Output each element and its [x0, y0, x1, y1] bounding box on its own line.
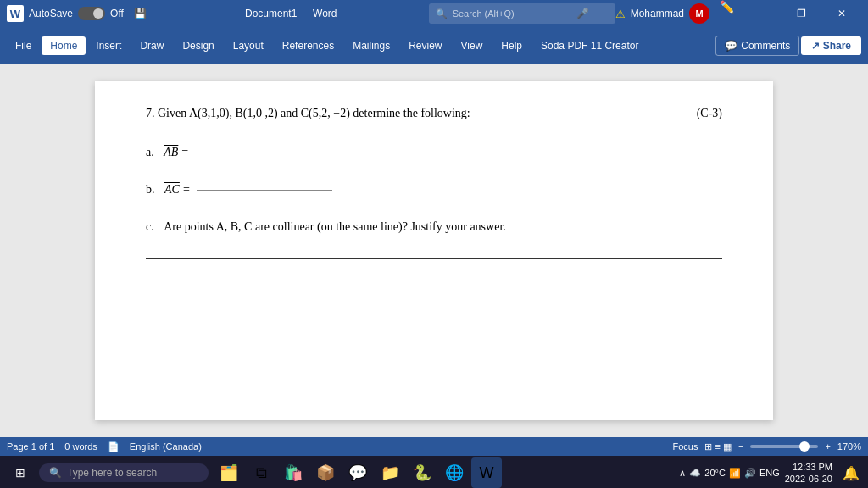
- tab-view[interactable]: View: [453, 36, 492, 55]
- clock-time: 12:33 PM: [785, 461, 832, 473]
- sub-question-a: a. AB =: [146, 146, 722, 159]
- share-label: Share: [823, 40, 851, 52]
- tab-mailings[interactable]: Mailings: [344, 36, 398, 55]
- sub-c-label: c.: [146, 220, 154, 234]
- focus-label[interactable]: Focus: [672, 441, 698, 452]
- sub-c-text: Are points A, B, C are collinear (on the…: [164, 220, 506, 234]
- taskbar-app-task-view[interactable]: ⧉: [246, 458, 276, 488]
- statusbar-right: Focus ⊞ ≡ ▦ − + 170%: [672, 441, 861, 452]
- user-name: Mohammad: [631, 8, 684, 19]
- sub-a-answer-line: [195, 152, 331, 153]
- question-text: Given A(3,1,0), B(1,0 ,2) and C(5,2, −2)…: [158, 107, 470, 119]
- sub-question-c: c. Are points A, B, C are collinear (on …: [146, 220, 722, 234]
- tray-lang: ENG: [760, 468, 780, 478]
- zoom-in-icon[interactable]: +: [825, 441, 830, 452]
- tab-insert[interactable]: Insert: [87, 36, 130, 55]
- autosave-area: AutoSave Off: [29, 7, 124, 20]
- taskbar-app-amazon[interactable]: 📦: [310, 458, 341, 488]
- sub-b-answer-line: [197, 190, 332, 191]
- tray-weather-icon: ☁️: [689, 468, 701, 479]
- tab-soda[interactable]: Soda PDF 11 Creator: [532, 36, 647, 55]
- notification-button[interactable]: 🔔: [837, 458, 865, 488]
- taskbar-app-discord[interactable]: 💬: [342, 458, 373, 488]
- comments-label: Comments: [741, 40, 790, 52]
- sub-a-label: a.: [146, 146, 154, 159]
- taskbar-app-files[interactable]: 📁: [375, 458, 405, 488]
- sub-a-vector: AB: [164, 146, 178, 159]
- tab-layout[interactable]: Layout: [225, 36, 272, 55]
- doc-title: Document1 — Word: [153, 8, 429, 19]
- microphone-icon[interactable]: 🎤: [576, 8, 589, 19]
- close-button[interactable]: ✕: [822, 0, 861, 27]
- zoom-slider[interactable]: [750, 445, 818, 448]
- start-button[interactable]: ⊞: [3, 456, 37, 488]
- taskbar-search[interactable]: 🔍 Type here to search: [39, 463, 209, 482]
- zoom-percent: 170%: [837, 441, 861, 452]
- taskbar: ⊞ 🔍 Type here to search 🗂️ ⧉ 🛍️ 📦 💬 📁 🐍 …: [0, 456, 868, 488]
- tab-review[interactable]: Review: [400, 36, 450, 55]
- zoom-thumb: [799, 441, 810, 452]
- tray-chevron[interactable]: ∧: [679, 468, 686, 479]
- search-icon: 🔍: [436, 8, 448, 19]
- sub-b-vector: AC: [164, 183, 180, 197]
- share-icon: ↗: [811, 40, 820, 52]
- clock[interactable]: 12:33 PM 2022-06-20: [785, 461, 832, 485]
- save-icon[interactable]: 💾: [134, 8, 147, 19]
- word-count: 0 words: [64, 441, 97, 452]
- read-mode-icon[interactable]: 📄: [108, 441, 120, 452]
- restore-button[interactable]: ❐: [782, 0, 821, 27]
- word-logo-icon: W: [7, 5, 24, 22]
- sub-b-label: b.: [146, 183, 155, 197]
- taskbar-apps: 🗂️ ⧉ 🛍️ 📦 💬 📁 🐍 🌐 W: [214, 458, 502, 488]
- autosave-label: AutoSave: [29, 8, 73, 19]
- autosave-state: Off: [110, 8, 124, 19]
- search-input[interactable]: [453, 8, 571, 19]
- comments-button[interactable]: 💬 Comments: [715, 36, 799, 56]
- question-number: 7.: [146, 107, 155, 119]
- page-divider: [146, 258, 722, 259]
- minimize-button[interactable]: —: [741, 0, 780, 27]
- taskbar-app-store[interactable]: 🛍️: [278, 458, 309, 488]
- tab-file[interactable]: File: [7, 36, 40, 55]
- tab-design[interactable]: Design: [174, 36, 222, 55]
- tray-volume-icon: 🔊: [744, 468, 756, 479]
- titlebar: W AutoSave Off 💾 Document1 — Word 🔍 🎤 ⚠ …: [0, 0, 868, 27]
- sub-a-eq: =: [181, 146, 188, 159]
- sub-question-b: b. AC =: [146, 183, 722, 197]
- warning-icon: ⚠: [615, 8, 626, 20]
- tray-network-icon: 📶: [729, 468, 741, 479]
- question-mark: (C-3): [697, 107, 722, 120]
- taskbar-app-python[interactable]: 🐍: [407, 458, 437, 488]
- tab-references[interactable]: References: [274, 36, 342, 55]
- tab-draw[interactable]: Draw: [131, 36, 172, 55]
- page-info: Page 1 of 1: [7, 441, 54, 452]
- taskbar-app-word[interactable]: W: [471, 458, 502, 488]
- window-controls: ✏️ — ❐ ✕: [720, 0, 861, 27]
- view-icons: ⊞ ≡ ▦: [704, 441, 732, 452]
- sub-b-eq: =: [183, 183, 190, 197]
- search-box[interactable]: 🔍 🎤: [429, 3, 615, 24]
- document-area: 7. Given A(3,1,0), B(1,0 ,2) and C(5,2, …: [0, 64, 868, 437]
- taskbar-app-widgets[interactable]: 🗂️: [214, 458, 244, 488]
- autosave-toggle[interactable]: [78, 7, 105, 20]
- question-7: 7. Given A(3,1,0), B(1,0 ,2) and C(5,2, …: [146, 107, 722, 120]
- taskbar-right: ∧ ☁️ 20°C 📶 🔊 ENG 12:33 PM 2022-06-20 🔔: [679, 458, 865, 488]
- tray-temperature: 20°C: [704, 468, 726, 478]
- taskbar-search-placeholder: Type here to search: [67, 467, 157, 479]
- user-area: ⚠ Mohammad M: [615, 3, 709, 24]
- tab-home[interactable]: Home: [42, 36, 86, 55]
- system-tray: ∧ ☁️ 20°C 📶 🔊 ENG: [679, 468, 779, 479]
- share-button[interactable]: ↗ Share: [801, 36, 861, 55]
- statusbar: Page 1 of 1 0 words 📄 English (Canada) F…: [0, 437, 868, 456]
- pen-icon[interactable]: ✏️: [720, 0, 734, 27]
- comment-icon: 💬: [725, 40, 737, 52]
- zoom-out-icon[interactable]: −: [738, 441, 743, 452]
- windows-icon: ⊞: [15, 466, 25, 480]
- clock-date: 2022-06-20: [785, 473, 832, 485]
- language-label: English (Canada): [130, 441, 202, 452]
- taskbar-search-icon: 🔍: [49, 467, 62, 479]
- avatar[interactable]: M: [689, 3, 709, 24]
- document-page[interactable]: 7. Given A(3,1,0), B(1,0 ,2) and C(5,2, …: [95, 81, 773, 420]
- tab-help[interactable]: Help: [492, 36, 531, 55]
- taskbar-app-edge[interactable]: 🌐: [439, 458, 470, 488]
